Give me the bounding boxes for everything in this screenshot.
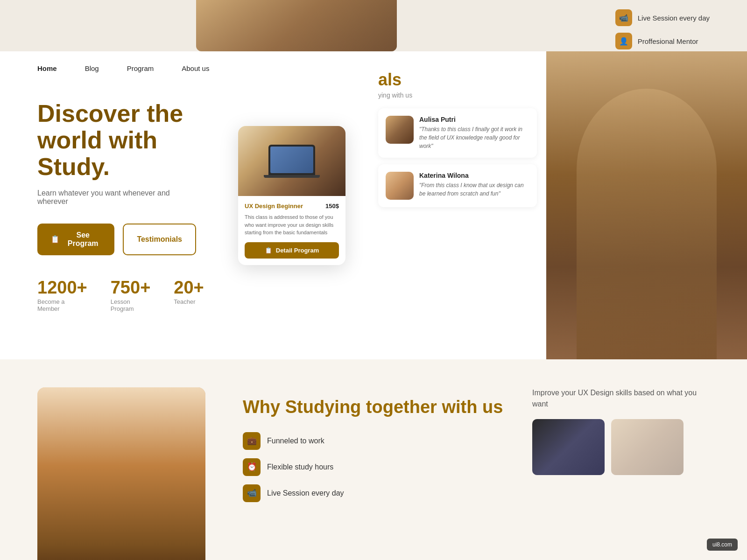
top-partial-image bbox=[196, 0, 397, 51]
course-description: This class is addressed to those of you … bbox=[245, 213, 339, 237]
hero-title: Discover the world with Study. bbox=[37, 100, 196, 181]
hero-content: Discover the world with Study. Learn wha… bbox=[0, 72, 233, 340]
hero-subtitle: Learn whatever you want whenever and whe… bbox=[37, 189, 196, 206]
course-card: UX Design Beginner 150$ This class is ad… bbox=[238, 126, 345, 265]
testimonials-subheading: ying with us bbox=[378, 91, 537, 99]
bottom-right-content: Improve your UX Design skills based on w… bbox=[532, 387, 710, 475]
person-icon: 👤 bbox=[615, 33, 632, 49]
video-icon: 📹 bbox=[615, 9, 632, 26]
watermark: ui8.com bbox=[707, 539, 738, 551]
bottom-left-image bbox=[37, 387, 205, 560]
improve-text: Improve your UX Design skills based on w… bbox=[532, 387, 710, 410]
course-card-image bbox=[238, 126, 345, 196]
book-icon-2: 📋 bbox=[265, 247, 272, 254]
testimonial-quote-1: "Thanks to this class I finally got it w… bbox=[419, 125, 529, 150]
avatar-katerina bbox=[386, 172, 414, 200]
top-features: 📹 Live Session every day 👤 Proffesional … bbox=[615, 9, 710, 49]
detail-program-button[interactable]: 📋 Detail Program bbox=[245, 242, 339, 259]
hero-image bbox=[546, 51, 747, 359]
laptop-screen bbox=[270, 147, 313, 173]
outdoor-thumbnail bbox=[611, 419, 684, 475]
avatar-aulisa bbox=[386, 116, 414, 144]
book-icon: 📋 bbox=[50, 235, 60, 244]
testimonial-name-1: Aulisa Putri bbox=[419, 116, 529, 123]
stat-lessons: 750+ Lesson Program bbox=[111, 279, 151, 312]
testimonials-heading: als bbox=[378, 70, 537, 90]
course-card-body: UX Design Beginner 150$ This class is ad… bbox=[238, 196, 345, 265]
nav-about[interactable]: About us bbox=[182, 64, 209, 72]
student-image bbox=[37, 387, 205, 560]
testimonials-section: als ying with us Aulisa Putri "Thanks to… bbox=[378, 70, 537, 214]
testimonial-content-2: Katerina Wilona "From this class I know … bbox=[419, 172, 529, 198]
feature-live: 📹 Live Session every day bbox=[243, 484, 710, 502]
nav-blog[interactable]: Blog bbox=[85, 64, 99, 72]
nav-home[interactable]: Home bbox=[37, 64, 57, 72]
person-silhouette bbox=[577, 89, 717, 359]
clock-icon: ⏰ bbox=[243, 458, 261, 476]
testimonials-button[interactable]: Testimonials bbox=[123, 224, 196, 255]
see-program-button[interactable]: 📋 See Program bbox=[37, 224, 114, 255]
stat-members: 1200+ Become a Member bbox=[37, 279, 87, 312]
laptop-shape bbox=[268, 145, 315, 175]
testimonial-card-2: Katerina Wilona "From this class I know … bbox=[378, 164, 537, 207]
feature-mentor: 👤 Proffesional Mentor bbox=[615, 33, 710, 49]
laptop-base bbox=[264, 175, 320, 178]
top-partial-section: 📹 Live Session every day 👤 Proffesional … bbox=[0, 0, 747, 51]
bottom-images-row bbox=[532, 419, 710, 475]
laptop-thumbnail bbox=[532, 419, 605, 475]
nav-program[interactable]: Program bbox=[127, 64, 154, 72]
course-price: 150$ bbox=[325, 203, 339, 210]
video-icon-2: 📹 bbox=[243, 484, 261, 502]
testimonial-quote-2: "From this class I know that ux design c… bbox=[419, 181, 529, 198]
course-card-header: UX Design Beginner 150$ bbox=[245, 203, 339, 210]
course-title: UX Design Beginner bbox=[245, 203, 303, 210]
testimonial-content-1: Aulisa Putri "Thanks to this class I fin… bbox=[419, 116, 529, 150]
bottom-section: Why Studying together with us 💼 Funneled… bbox=[0, 359, 747, 560]
testimonial-name-2: Katerina Wilona bbox=[419, 172, 529, 179]
briefcase-icon: 💼 bbox=[243, 432, 261, 450]
stats-row: 1200+ Become a Member 750+ Lesson Progra… bbox=[37, 279, 196, 312]
course-image-content bbox=[238, 126, 345, 196]
main-section: Home Blog Program About us Discover the … bbox=[0, 51, 747, 359]
stat-teachers: 20+ Teacher bbox=[174, 279, 204, 312]
hero-buttons: 📋 See Program Testimonials bbox=[37, 224, 196, 255]
testimonial-card-1: Aulisa Putri "Thanks to this class I fin… bbox=[378, 108, 537, 158]
feature-live-session: 📹 Live Session every day bbox=[615, 9, 710, 26]
